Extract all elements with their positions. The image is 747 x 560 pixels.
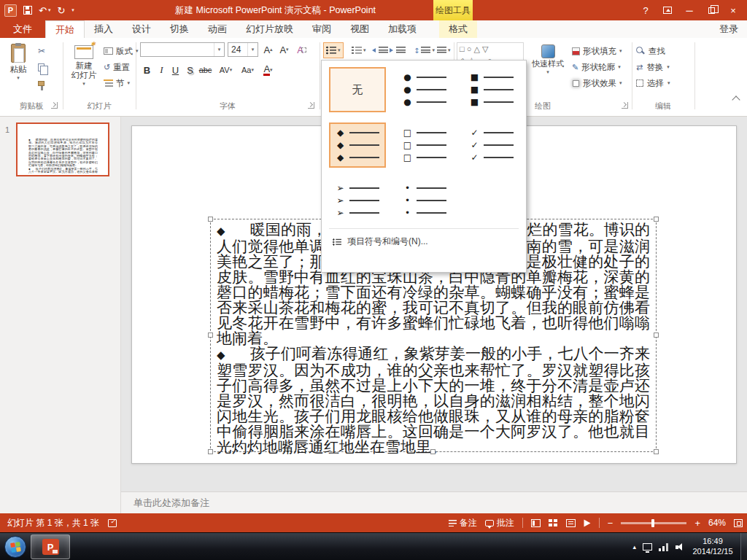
qat-customize-button[interactable]: ▾ xyxy=(71,7,74,13)
close-button[interactable]: × xyxy=(722,5,744,16)
chevron-down-icon[interactable]: ▾ xyxy=(619,80,622,86)
italic-button[interactable]: I xyxy=(155,63,169,77)
display-tray-icon[interactable] xyxy=(643,543,652,551)
copy-button[interactable] xyxy=(38,60,44,74)
bullet-option-filled-circle[interactable]: ● ● ● xyxy=(396,67,453,112)
replace-button[interactable]: ⇄替换▾ xyxy=(636,60,670,74)
chevron-down-icon[interactable]: ▾ xyxy=(448,47,451,53)
text-shadow-button[interactable]: S xyxy=(183,63,197,77)
layout-button[interactable]: 版式▾ xyxy=(104,44,139,58)
tab-design[interactable]: 设计 xyxy=(123,20,160,38)
resize-handle[interactable] xyxy=(208,217,213,222)
find-button[interactable]: 查找 xyxy=(636,44,665,58)
strikethrough-button[interactable]: abc xyxy=(198,63,212,77)
decrease-indent-button[interactable] xyxy=(376,42,390,58)
zoom-in-button[interactable]: + xyxy=(694,518,700,529)
notes-pane[interactable]: 单击此处添加备注 xyxy=(121,491,747,513)
text-direction-button[interactable]: ▾ xyxy=(435,42,453,58)
zoom-out-button[interactable]: − xyxy=(608,518,614,529)
font-size-select[interactable]: 24▾ xyxy=(228,42,258,57)
clear-formatting-button[interactable]: A xyxy=(295,42,309,57)
paste-button[interactable]: 粘贴 ▾ xyxy=(3,41,34,98)
reading-view-button[interactable] xyxy=(566,519,576,527)
bullets-and-numbering-menu-item[interactable]: 项目符号和编号(N)... xyxy=(329,233,519,251)
tab-file[interactable]: 文件 xyxy=(0,20,45,38)
resize-handle[interactable] xyxy=(654,449,659,454)
zoom-slider[interactable] xyxy=(621,522,686,524)
slide-thumbnail-panel[interactable]: 1 ◆暖国的雨，向来没有变过冰冷的坚硬的灿烂的雪花。博识的人们觉得他单调，他自己… xyxy=(0,117,121,513)
slide-paragraph[interactable]: ◆孩子们呵着冻得通红，象紫芽姜一般的小手，七八个一齐来塑雪罗汉。因为不成功，谁的… xyxy=(217,346,650,455)
chevron-down-icon[interactable]: ▾ xyxy=(214,43,224,56)
new-slide-button[interactable]: 新建幻灯片 ▾ xyxy=(67,41,101,98)
spell-check-icon[interactable] xyxy=(108,519,117,527)
help-button[interactable]: ? xyxy=(635,5,657,16)
tab-transitions[interactable]: 切换 xyxy=(160,20,198,38)
drawing-dialog-launcher[interactable] xyxy=(622,102,628,109)
bold-button[interactable]: B xyxy=(140,63,154,77)
tab-insert[interactable]: 插入 xyxy=(85,20,123,38)
tab-animations[interactable]: 动画 xyxy=(198,20,236,38)
taskbar-powerpoint-button[interactable]: P xyxy=(31,534,70,559)
section-button[interactable]: 节▾ xyxy=(104,76,130,90)
increase-indent-button[interactable] xyxy=(394,42,408,58)
font-name-select[interactable]: ▾ xyxy=(140,42,225,57)
tab-addins[interactable]: 加载项 xyxy=(379,20,426,38)
hidden-icons-chevron[interactable]: ▴ xyxy=(632,543,636,551)
normal-view-button[interactable] xyxy=(531,519,541,527)
chevron-down-icon[interactable]: ▾ xyxy=(17,75,20,81)
numbering-button[interactable]: ▾ xyxy=(349,42,368,58)
resize-handle[interactable] xyxy=(208,449,213,454)
chevron-down-icon[interactable]: ▾ xyxy=(48,7,51,13)
fit-slide-to-window-button[interactable] xyxy=(734,519,743,527)
shape-outline-button[interactable]: ✎形状轮廓▾ xyxy=(572,60,621,74)
undo-button[interactable]: ↶▾ xyxy=(39,5,50,16)
change-case-button[interactable]: Aa xyxy=(241,63,255,77)
slide-sorter-view-button[interactable] xyxy=(549,519,558,527)
start-button[interactable] xyxy=(4,536,26,558)
resize-handle[interactable] xyxy=(208,332,213,338)
tab-home[interactable]: 开始 xyxy=(45,20,85,38)
show-desktop-button[interactable] xyxy=(740,533,747,560)
save-button[interactable] xyxy=(23,6,32,15)
bullet-option-small-dot[interactable]: • • • xyxy=(396,178,453,223)
zoom-slider-thumb[interactable] xyxy=(651,519,654,527)
increase-font-size-button[interactable]: A xyxy=(261,42,275,57)
collapse-ribbon-button[interactable] xyxy=(732,95,740,101)
powerpoint-app-icon[interactable]: P xyxy=(4,4,17,17)
font-dialog-launcher[interactable] xyxy=(308,102,314,109)
font-color-button[interactable]: A xyxy=(261,63,275,77)
chevron-down-icon[interactable]: ▾ xyxy=(667,64,670,70)
chevron-down-icon[interactable]: ▾ xyxy=(618,64,621,70)
tab-slideshow[interactable]: 幻灯片放映 xyxy=(236,20,303,38)
chevron-down-icon[interactable]: ▾ xyxy=(247,43,258,56)
slide-counter[interactable]: 幻灯片 第 1 张，共 1 张 xyxy=(7,517,99,529)
redo-button[interactable]: ↻ xyxy=(57,5,65,16)
sign-in-link[interactable]: 登录 xyxy=(719,20,738,38)
taskbar-clock[interactable]: 16:49 2014/12/15 xyxy=(687,536,738,556)
chevron-down-icon[interactable]: ▾ xyxy=(546,69,549,75)
bullet-option-arrow[interactable]: ➢ ➢ ➢ xyxy=(329,178,386,223)
bullet-option-hollow-square[interactable]: □ □ □ xyxy=(396,122,453,168)
slideshow-view-button[interactable] xyxy=(584,519,590,526)
underline-button[interactable]: U xyxy=(169,63,182,77)
chevron-down-icon[interactable]: ▾ xyxy=(82,81,85,87)
resize-handle[interactable] xyxy=(654,217,659,222)
ribbon-display-options-button[interactable] xyxy=(657,5,678,16)
reset-button[interactable]: ↺重置 xyxy=(104,60,130,74)
clipboard-dialog-launcher[interactable] xyxy=(51,102,58,109)
bullets-button[interactable]: ▾ xyxy=(323,42,344,58)
network-icon[interactable] xyxy=(659,543,669,551)
slide-thumbnail[interactable]: ◆暖国的雨，向来没有变过冰冷的坚硬的灿烂的雪花。博识的人们觉得他单调，他自己也以… xyxy=(16,122,109,176)
restore-button[interactable] xyxy=(700,5,722,16)
chevron-down-icon[interactable]: ▾ xyxy=(667,80,670,86)
line-spacing-button[interactable]: ↕▾ xyxy=(411,42,437,58)
chevron-down-icon[interactable]: ▾ xyxy=(619,48,622,54)
bullet-option-filled-square[interactable]: ■ ■ ■ xyxy=(463,67,520,112)
chevron-down-icon[interactable]: ▾ xyxy=(363,47,366,53)
shape-fill-button[interactable]: 形状填充▾ xyxy=(572,44,622,58)
tab-format[interactable]: 格式 xyxy=(439,20,477,38)
cut-button[interactable]: ✂ xyxy=(38,44,45,58)
resize-handle[interactable] xyxy=(654,332,659,338)
notes-toggle-button[interactable]: 备注 xyxy=(449,517,477,529)
quick-styles-button[interactable]: 快速样式 ▾ xyxy=(528,41,568,98)
